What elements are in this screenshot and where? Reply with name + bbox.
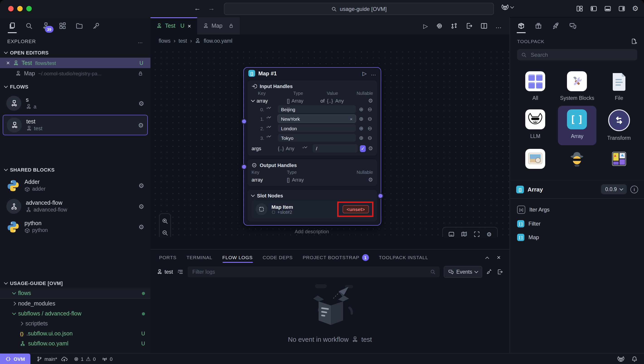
problems-status[interactable]: ⊗ 1 ⚠ 0 xyxy=(74,355,96,362)
toggle-left-panel-icon[interactable] xyxy=(590,5,597,12)
panel-tab-toolpack-install[interactable]: TOOLPACK INSTALL xyxy=(379,250,428,265)
args-value-input[interactable]: / xyxy=(313,144,358,152)
flow-item-s[interactable]: s a ⚙ xyxy=(3,93,148,113)
close-window-button[interactable] xyxy=(8,6,14,11)
remote-indicator[interactable]: OVM xyxy=(0,353,30,364)
remove-item-icon[interactable]: ⊖ xyxy=(367,106,373,112)
split-editor-icon[interactable] xyxy=(480,22,488,30)
array-item-0[interactable]: 0. “ Beijing ⊕ ⊖ xyxy=(258,105,373,113)
secrets-activity-icon[interactable] xyxy=(91,20,101,32)
close-editor-icon[interactable]: × xyxy=(6,59,10,66)
input-row-args[interactable]: args {..}Any “ / ✓ ⚙ xyxy=(252,144,373,152)
string-type-icon[interactable]: “ xyxy=(266,126,276,131)
zoom-out-icon[interactable] xyxy=(162,230,168,236)
output-handle-array-port[interactable] xyxy=(378,193,384,199)
folder-activity-icon[interactable] xyxy=(74,20,84,32)
clear-logs-broom-icon[interactable] xyxy=(486,269,493,275)
flows-activity-icon[interactable]: 39 xyxy=(41,20,51,32)
toolpack-search-input[interactable] xyxy=(530,51,633,58)
add-item-icon[interactable]: ⊕ xyxy=(358,125,364,131)
chat-activity-icon[interactable] xyxy=(568,20,578,32)
block-item-map[interactable]: [ ] Map xyxy=(510,231,644,244)
tree-item-subflow-yaml[interactable]: subflow.oo.yaml U xyxy=(0,338,150,348)
fullscreen-icon[interactable] xyxy=(474,231,480,237)
add-description-placeholder[interactable]: Add description xyxy=(243,229,380,234)
tree-item-flows[interactable]: flows xyxy=(0,288,150,299)
chevron-down-icon[interactable] xyxy=(251,193,255,197)
array-item-1[interactable]: 1. “ NewYork× ⊕ ⊖ xyxy=(258,115,373,123)
panel-tab-terminal[interactable]: TERMINAL xyxy=(186,250,212,265)
shared-block-advanced-flow[interactable]: advanced-flow advanced-flow ⚙ xyxy=(3,197,148,216)
flow-canvas[interactable]: [] Map #1 ▷ … Input Handles Key Type Val… xyxy=(150,47,510,237)
handle-settings-gear-icon[interactable]: ⚙ xyxy=(366,176,373,183)
shared-block-python[interactable]: python python ⚙ xyxy=(3,218,148,236)
category-image-clipped[interactable] xyxy=(516,145,554,171)
add-item-icon[interactable]: ⊕ xyxy=(358,115,364,122)
history-back-button[interactable]: ← xyxy=(194,4,201,12)
tab-map[interactable]: Map xyxy=(197,17,240,35)
array-item-3[interactable]: 3. “ Tokyo ⊕ ⊖ xyxy=(258,134,373,142)
filter-logs-input[interactable] xyxy=(192,269,427,275)
more-actions-icon[interactable]: … xyxy=(495,22,502,30)
breadcrumb[interactable]: flows › test › flow.oo.yaml xyxy=(150,35,510,47)
toggle-panel-icon[interactable] xyxy=(448,231,455,237)
category-file[interactable]: File xyxy=(600,68,638,106)
toggle-right-panel-icon[interactable] xyxy=(618,5,625,12)
array-item-2[interactable]: 2. “ London ⊕ ⊖ xyxy=(258,124,373,132)
array-item-input[interactable]: Tokyo xyxy=(278,134,356,142)
history-forward-button[interactable]: → xyxy=(208,4,215,12)
tree-item-subflow-ui-json[interactable]: {} .subflow.ui.oo.json U xyxy=(0,329,150,338)
block-settings-gear-icon[interactable]: ⚙ xyxy=(138,203,144,210)
input-handle-array-port[interactable] xyxy=(241,118,247,124)
log-level-list-icon[interactable] xyxy=(177,269,183,275)
panel-tab-code-deps[interactable]: CODE DEPS xyxy=(263,250,293,265)
string-type-icon[interactable]: “ xyxy=(266,107,276,112)
nullable-checkbox[interactable]: ✓ xyxy=(360,145,366,152)
remove-item-icon[interactable]: ⊖ xyxy=(367,135,373,141)
rewards-activity-icon[interactable] xyxy=(534,20,544,32)
close-panel-icon[interactable]: × xyxy=(497,254,501,261)
maximize-panel-icon[interactable] xyxy=(486,257,489,261)
export-file-icon[interactable] xyxy=(466,22,473,30)
add-item-icon[interactable]: ⊕ xyxy=(358,135,364,141)
open-editor-test[interactable]: × Test flows/test U xyxy=(0,58,150,68)
category-all[interactable]: All xyxy=(516,68,554,106)
string-type-icon[interactable]: “ xyxy=(266,135,276,140)
block-item-filter[interactable]: [ ] Filter xyxy=(510,217,644,231)
tree-item-node-modules[interactable]: node_modules xyxy=(0,299,150,309)
notifications-bell-icon[interactable] xyxy=(631,355,638,362)
category-collage-clipped[interactable] xyxy=(600,145,638,171)
tree-item-scriptlets[interactable]: scriptlets xyxy=(0,319,150,329)
events-dropdown[interactable]: Events xyxy=(444,266,482,278)
toggle-bottom-panel-icon[interactable] xyxy=(604,5,611,12)
run-flow-button[interactable]: ▷ xyxy=(423,23,428,29)
clear-input-icon[interactable]: × xyxy=(350,116,352,121)
flow-settings-gear-icon[interactable]: ⚙ xyxy=(138,100,144,106)
slot-map-item[interactable]: Map Item +slot#2 <unset> xyxy=(252,200,373,218)
handle-settings-gear-icon[interactable]: ⚙ xyxy=(366,98,373,104)
node-more-icon[interactable]: … xyxy=(371,70,376,76)
open-editor-map[interactable]: Map ~/.oomol-studio/registry-pa... xyxy=(0,68,150,79)
panel-tab-project-bootstrap[interactable]: PROJECT BOOTSTRAP1 xyxy=(303,250,369,265)
rerun-icon[interactable] xyxy=(436,22,443,30)
input-row-array[interactable]: array []Array of{..}Any ⚙ xyxy=(252,98,373,104)
blocks-activity-icon[interactable] xyxy=(58,20,68,32)
settings-gear-icon[interactable]: ⚙ xyxy=(632,4,638,13)
panel-tab-ports[interactable]: PORTS xyxy=(159,250,176,265)
block-settings-gear-icon[interactable]: ⚙ xyxy=(138,183,144,189)
category-system-blocks[interactable]: System Blocks xyxy=(558,68,596,106)
new-toolpack-icon[interactable] xyxy=(631,38,637,45)
ports-status[interactable]: 0 xyxy=(102,356,112,361)
maximize-window-button[interactable] xyxy=(26,6,32,11)
search-activity-icon[interactable] xyxy=(24,20,34,32)
category-llm[interactable]: LLM xyxy=(516,106,554,145)
category-transform[interactable]: Transform xyxy=(600,106,638,145)
zoom-in-icon[interactable] xyxy=(162,218,168,224)
explorer-more-icon[interactable]: … xyxy=(138,39,143,44)
remove-item-icon[interactable]: ⊖ xyxy=(367,115,373,122)
boost-activity-icon[interactable] xyxy=(551,20,560,32)
git-branch-status[interactable]: main* xyxy=(37,355,68,362)
assistant-menu[interactable] xyxy=(501,4,514,11)
section-flows[interactable]: FLOWS xyxy=(0,81,150,92)
version-dropdown[interactable]: 0.0.9 xyxy=(601,184,627,194)
